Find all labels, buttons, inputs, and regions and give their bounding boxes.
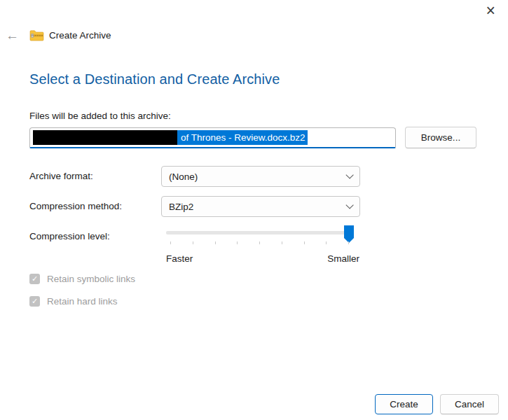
slider-tick [348,241,349,244]
slider-ticks [170,241,349,244]
retain-hard-links-label: Retain hard links [47,296,118,307]
slider-tick [326,241,327,244]
close-icon[interactable]: × [483,1,498,20]
slider-tick [170,241,171,244]
chevron-down-icon [345,201,353,209]
slider-tick [215,241,216,244]
dialog-title: Create Archive [49,30,111,41]
retain-hard-links-option[interactable]: ✓ Retain hard links [29,296,118,307]
compression-level-slider[interactable] [166,225,354,246]
back-arrow-icon[interactable]: ← [6,29,19,42]
retain-symbolic-links-label: Retain symbolic links [47,274,135,284]
slider-tick [259,241,260,244]
redacted-text [33,130,177,145]
zipped-folder-icon [29,29,44,41]
archive-format-dropdown[interactable]: (None) [161,166,360,187]
retain-symbolic-links-option[interactable]: ✓ Retain symbolic links [29,274,135,284]
cancel-button[interactable]: Cancel [440,394,499,414]
compression-method-dropdown[interactable]: BZip2 [161,196,360,217]
dialog-header: ← Create Archive [6,29,111,42]
slider-endpoint-labels: Faster Smaller [166,253,359,264]
browse-button[interactable]: Browse... [405,127,476,148]
compression-method-label: Compression method: [29,201,122,211]
archive-format-label: Archive format: [29,171,93,181]
create-button[interactable]: Create [375,394,433,414]
slider-tick [304,241,305,244]
faster-label: Faster [166,253,193,264]
slider-tick [193,241,193,244]
compression-method-value: BZip2 [169,202,193,212]
slider-tick [282,241,282,244]
destination-input[interactable]: of Thrones - Review.docx.bz2 [29,127,396,148]
archive-format-value: (None) [169,172,198,182]
smaller-label: Smaller [327,253,359,264]
compression-level-label: Compression level: [29,231,110,241]
page-title: Select a Destination and Create Archive [29,71,280,88]
checkbox-checked-icon[interactable]: ✓ [29,296,40,307]
archive-name-selected-text: of Thrones - Review.docx.bz2 [177,130,308,145]
slider-track[interactable] [166,231,354,234]
slider-tick [237,241,238,244]
destination-label: Files will be added to this archive: [29,111,171,121]
checkbox-checked-icon[interactable]: ✓ [29,274,40,284]
chevron-down-icon [345,171,353,178]
